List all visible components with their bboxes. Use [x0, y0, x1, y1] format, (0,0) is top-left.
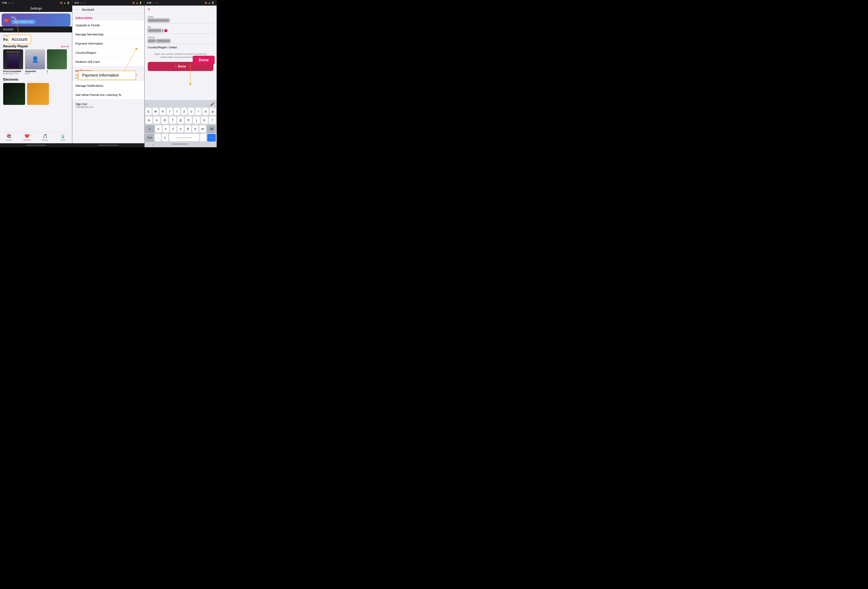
- return-key[interactable]: →: [207, 134, 216, 141]
- see-friends-item[interactable]: See What Friends Are Listening To: [72, 90, 144, 100]
- state-value[interactable]: ███████████: [148, 19, 213, 23]
- nav-library[interactable]: 📚 Library: [0, 134, 18, 141]
- browse-icon: 🎵: [43, 134, 47, 138]
- zip-value[interactable]: ███████: [148, 29, 213, 34]
- key-k[interactable]: k: [201, 116, 208, 124]
- nav-library-label: Library: [6, 139, 12, 141]
- phone-value[interactable]: ████ ███████: [148, 39, 213, 44]
- nav-browse[interactable]: 🎵 Browse: [36, 134, 54, 141]
- home-indicator-1: [0, 143, 72, 147]
- album-row: ESSENTIALS Prince Essentials Apple Music…: [1, 49, 71, 77]
- key-x[interactable]: x: [162, 125, 169, 133]
- banner-sub[interactable]: Get 1 Month Free: [11, 20, 35, 24]
- recently-played-title: Recently Played: [3, 44, 28, 48]
- emoji-key[interactable]: ☺: [162, 134, 168, 141]
- key-i[interactable]: 8i: [195, 107, 201, 115]
- num-switch-key[interactable]: ?123: [145, 134, 154, 141]
- nav-bottom-3: ‹: [145, 142, 217, 147]
- key-u[interactable]: 7u: [188, 107, 194, 115]
- backspace-key[interactable]: ⌫: [207, 125, 216, 133]
- text-cursor: [162, 29, 163, 32]
- key-m[interactable]: m: [199, 125, 206, 133]
- account-screen-title: Account: [82, 8, 94, 12]
- back-button[interactable]: ←: [75, 7, 79, 12]
- phone-label: Phone: [148, 34, 213, 39]
- zip-label: Zip: [148, 23, 213, 29]
- space-key[interactable]: [169, 134, 199, 141]
- country-row[interactable]: Country/Region: United: [148, 44, 213, 51]
- key-f[interactable]: f: [169, 116, 176, 124]
- wifi-icon-1: ▲: [64, 1, 66, 4]
- keyboard-row-3: ⇧ z x c v b n m ⌫: [145, 125, 217, 133]
- key-c[interactable]: c: [170, 125, 176, 133]
- payment-information-item[interactable]: Payment Information: [72, 39, 144, 48]
- shift-key[interactable]: ⇧: [145, 125, 154, 133]
- subscription-header: Subscription: [72, 13, 144, 21]
- microphone-icon[interactable]: 🎤: [210, 102, 215, 106]
- apple-music-banner[interactable]: 🍎 MU Get 1 Month Free: [1, 13, 71, 27]
- upgrade-family-item[interactable]: Upgrade to Family: [72, 21, 144, 30]
- status-bar-1: 8:46 ♪ ♪ • 🔕 ▲ 🔋: [0, 0, 72, 6]
- key-period[interactable]: .: [200, 134, 206, 141]
- key-s[interactable]: s: [153, 116, 160, 124]
- essentials-text: ESSENTIALS: [7, 51, 20, 53]
- see-all-link[interactable]: See All: [61, 45, 69, 48]
- status-icons-1: 🔕 ▲ 🔋: [60, 1, 70, 4]
- key-l[interactable]: l: [209, 116, 216, 124]
- key-j[interactable]: j: [193, 116, 200, 124]
- key-t[interactable]: 5t: [174, 107, 180, 115]
- key-n[interactable]: n: [192, 125, 198, 133]
- key-h[interactable]: h: [185, 116, 192, 124]
- electronic-art-1[interactable]: [3, 83, 25, 105]
- status-bar-2: 8:47 ♪ ♪ • 🔕 ▲ 🔋: [72, 0, 144, 6]
- key-r[interactable]: 4r: [167, 107, 173, 115]
- country-label-text: Country/Region: United: [148, 46, 177, 49]
- redeem-gift-card-item[interactable]: Redeem Gift Card: [72, 57, 144, 66]
- key-e[interactable]: 3e: [159, 107, 166, 115]
- account-row[interactable]: Account: [0, 27, 72, 32]
- album-card-3[interactable]: I T: [47, 49, 67, 75]
- keyboard-chevron[interactable]: ›: [146, 102, 148, 106]
- panel3-header: ✕: [145, 6, 217, 13]
- keyboard-row-4: ?123 , ☺ . →: [145, 133, 217, 142]
- manage-membership-item[interactable]: Manage Membership: [72, 30, 144, 39]
- state-blurred: ███████████: [148, 19, 170, 22]
- manage-notifications-item[interactable]: Manage Notifications: [72, 81, 144, 90]
- sign-out-label: Sign Out: [75, 102, 141, 106]
- key-y[interactable]: 6y: [181, 107, 187, 115]
- electronic-section: Electronic: [1, 77, 71, 106]
- zip-blurred: ███████: [148, 29, 161, 32]
- done-annotation-box[interactable]: Done: [193, 56, 215, 64]
- cursor-dot: [164, 29, 167, 32]
- state-label: State: [148, 13, 213, 19]
- key-a[interactable]: a: [145, 116, 152, 124]
- key-d[interactable]: d: [161, 116, 168, 124]
- album-card-1[interactable]: ESSENTIALS Prince Essentials Apple Music…: [3, 49, 23, 75]
- key-p[interactable]: 0p: [210, 107, 216, 115]
- nav-for-you[interactable]: ❤️ For You: [18, 134, 36, 141]
- nav-radio-label: Radio: [61, 139, 66, 141]
- recently-played-header: Recently Played See All: [1, 43, 71, 49]
- library-icon: 📚: [7, 134, 12, 138]
- electronic-row: [3, 83, 69, 105]
- key-v[interactable]: v: [177, 125, 184, 133]
- key-q[interactable]: 1q: [145, 107, 152, 115]
- status-time-2: 8:47 ♪ ♪ •: [75, 1, 86, 4]
- key-w[interactable]: 2w: [152, 107, 159, 115]
- key-comma[interactable]: ,: [155, 134, 161, 141]
- close-button[interactable]: ✕: [147, 7, 150, 12]
- sign-out-section[interactable]: Sign Out roblef@mac.com: [72, 100, 144, 109]
- key-b[interactable]: b: [185, 125, 191, 133]
- back-nav-icon[interactable]: ‹: [152, 143, 154, 146]
- nav-radio[interactable]: 📡 Radio: [54, 134, 72, 141]
- keyboard-toolbar: › 🎤: [145, 101, 217, 107]
- key-o[interactable]: 9o: [202, 107, 209, 115]
- bell-slash-icon: 🔕: [60, 1, 63, 4]
- keyboard-row-1: 1q 2w 3e 4r 5t 6y 7u 8i 9o 0p: [145, 107, 217, 116]
- key-g[interactable]: g: [177, 116, 184, 124]
- electronic-art-2[interactable]: [27, 83, 49, 105]
- home-indicator-2: [72, 143, 144, 147]
- country-region-item[interactable]: Country/Region: [72, 48, 144, 57]
- album-card-2[interactable]: 👤 Vespertine Björk: [25, 49, 45, 75]
- key-z[interactable]: z: [155, 125, 162, 133]
